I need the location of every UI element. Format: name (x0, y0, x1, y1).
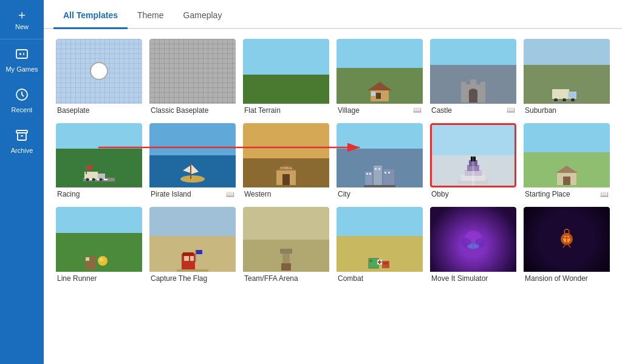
svg-rect-36 (190, 163, 191, 179)
label-western: Western (244, 190, 271, 198)
svg-point-35 (180, 175, 205, 183)
svg-rect-33 (87, 166, 92, 169)
templates-grid-area: Baseplate Classic Baseplate (44, 29, 622, 364)
card-mansion-of-wonder[interactable]: Mansion of Wonder (524, 207, 610, 284)
sidebar-mygames-label: My Games (5, 66, 38, 73)
svg-rect-41 (282, 174, 290, 185)
label-obby: Obby (431, 190, 449, 198)
svg-marker-38 (183, 166, 190, 173)
svg-rect-22 (551, 101, 583, 103)
pirate-book-icon: 📖 (226, 190, 234, 198)
baseplate-circle (90, 62, 108, 80)
tab-theme[interactable]: Theme (128, 3, 174, 29)
label-racing: Racing (57, 190, 80, 198)
svg-point-2 (23, 54, 24, 55)
svg-rect-16 (552, 89, 569, 99)
svg-rect-49 (378, 168, 380, 170)
svg-point-31 (100, 178, 103, 181)
svg-rect-28 (98, 174, 105, 179)
thumb-city (337, 123, 423, 188)
svg-rect-70 (190, 256, 194, 261)
card-village[interactable]: Village 📖 (337, 39, 423, 116)
thumb-baseplate (56, 39, 142, 104)
games-icon (15, 47, 29, 63)
recent-icon (15, 87, 29, 104)
svg-rect-10 (371, 92, 375, 96)
thumb-obby (430, 123, 516, 188)
thumb-village (337, 39, 423, 104)
sidebar-item-mygames[interactable]: My Games (0, 39, 44, 80)
thumb-western: STABLE (243, 123, 329, 188)
svg-rect-88 (472, 240, 474, 248)
thumb-pirate-island (149, 123, 236, 188)
card-western[interactable]: STABLE Western (243, 123, 329, 200)
svg-marker-8 (367, 82, 392, 90)
svg-rect-69 (184, 256, 189, 261)
label-combat: Combat (338, 274, 363, 283)
templates-grid: Baseplate Classic Baseplate (56, 39, 610, 284)
svg-marker-61 (556, 166, 578, 173)
card-move-it-simulator[interactable]: Move It Simulator (430, 207, 516, 284)
svg-rect-48 (375, 168, 377, 170)
label-suburban: Suburban (525, 106, 556, 115)
svg-rect-75 (280, 249, 292, 254)
card-starting-place[interactable]: Starting Place 📖 (524, 123, 610, 200)
castle-book-icon: 📖 (507, 106, 515, 114)
card-flat-terrain[interactable]: Flat Terrain (243, 39, 329, 116)
card-line-runner[interactable]: Line Runner (56, 207, 142, 284)
svg-rect-51 (388, 172, 390, 174)
label-starting-place: Starting Place (525, 190, 570, 198)
sidebar: ＋ New My Games Recent (0, 0, 44, 364)
sidebar-archive-label: Archive (11, 147, 33, 154)
label-move-it-simulator: Move It Simulator (431, 274, 488, 283)
svg-rect-14 (470, 79, 476, 86)
svg-rect-83 (378, 261, 381, 263)
svg-rect-13 (480, 82, 485, 87)
label-city: City (338, 190, 350, 198)
thumb-suburban (524, 39, 610, 104)
svg-point-29 (86, 178, 89, 181)
card-classic-baseplate[interactable]: Classic Baseplate (149, 39, 236, 116)
card-suburban[interactable]: Suburban (524, 39, 610, 116)
plus-icon: ＋ (16, 8, 28, 21)
svg-marker-37 (191, 164, 199, 174)
sidebar-recent-label: Recent (12, 106, 33, 113)
archive-icon (15, 128, 29, 144)
card-obby[interactable]: Obby (430, 123, 516, 200)
svg-rect-64 (86, 257, 89, 261)
card-capture-the-flag[interactable]: Capture The Flag (149, 207, 236, 284)
svg-point-1 (23, 53, 24, 54)
sidebar-item-archive[interactable]: Archive (0, 121, 44, 161)
svg-rect-73 (177, 269, 208, 272)
card-baseplate[interactable]: Baseplate (56, 39, 142, 116)
card-team-ffa-arena[interactable]: Team/FFA Arena (243, 207, 329, 284)
sidebar-new-label: New (15, 23, 29, 30)
svg-text:STABLE: STABLE (280, 166, 292, 170)
svg-rect-12 (461, 82, 466, 87)
sidebar-item-new[interactable]: ＋ New (0, 0, 44, 39)
svg-rect-15 (469, 90, 477, 103)
card-city[interactable]: City (337, 123, 423, 200)
label-flat-terrain: Flat Terrain (244, 106, 281, 115)
main-content: All Templates Theme Gameplay (44, 0, 622, 364)
thumb-flat-terrain (243, 39, 329, 104)
thumb-combat (337, 207, 423, 272)
label-baseplate: Baseplate (57, 106, 89, 115)
tab-gameplay[interactable]: Gameplay (174, 3, 232, 29)
card-pirate-island[interactable]: Pirate Island 📖 (149, 123, 236, 200)
card-combat[interactable]: Combat (337, 207, 423, 284)
svg-rect-0 (16, 50, 27, 58)
svg-rect-76 (281, 263, 291, 271)
tab-all-templates[interactable]: All Templates (53, 3, 128, 29)
card-racing[interactable]: Racing (56, 123, 142, 200)
svg-rect-59 (472, 157, 474, 186)
svg-rect-26 (104, 179, 108, 180)
svg-rect-18 (569, 93, 575, 97)
label-village: Village (338, 106, 360, 115)
svg-rect-80 (383, 262, 388, 265)
card-castle[interactable]: Castle 📖 (430, 39, 516, 116)
thumb-starting-place (524, 123, 610, 188)
svg-rect-32 (86, 166, 87, 174)
sidebar-item-recent[interactable]: Recent (0, 80, 44, 121)
svg-rect-9 (376, 93, 381, 99)
